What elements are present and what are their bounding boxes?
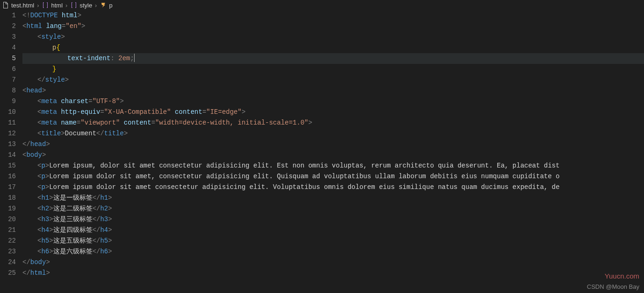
code-line[interactable]: <meta charset="UTF-8">	[22, 96, 644, 107]
code-line[interactable]: <html lang="en">	[22, 21, 644, 32]
line-number: 16	[0, 171, 16, 182]
code-line[interactable]: </body>	[22, 257, 644, 268]
breadcrumb-item[interactable]: html	[42, 1, 63, 9]
breadcrumb-item[interactable]: style	[70, 1, 92, 9]
symbol-icon	[100, 1, 107, 9]
line-number: 3	[0, 32, 16, 42]
code-line[interactable]: <meta http-equiv="X-UA-Compatible" conte…	[22, 107, 644, 118]
code-line[interactable]: }	[22, 64, 644, 75]
line-number: 19	[0, 203, 16, 214]
brackets-icon	[42, 1, 49, 9]
code-line[interactable]: <h3>这是三级标签</h3>	[22, 214, 644, 225]
code-area[interactable]: <!DOCTYPE html><html lang="en"><style>p{…	[22, 10, 644, 293]
breadcrumb-item[interactable]: p	[100, 1, 112, 9]
line-number: 17	[0, 182, 16, 193]
chevron-right-icon: ›	[95, 2, 97, 9]
line-number: 18	[0, 193, 16, 203]
code-line[interactable]: <title>Document</title>	[22, 128, 644, 139]
code-line[interactable]: <h5>这是五级标签</h5>	[22, 236, 644, 246]
line-number: 12	[0, 128, 16, 139]
line-number: 11	[0, 118, 16, 128]
watermark-text: CSDN @Moon Bay	[587, 283, 639, 290]
line-number: 21	[0, 225, 16, 236]
chevron-right-icon: ›	[65, 2, 67, 9]
breadcrumb-label: style	[79, 2, 92, 9]
breadcrumb-label: html	[51, 2, 63, 9]
code-line[interactable]: <head>	[22, 85, 644, 96]
code-line[interactable]: <h4>这是四级标签</h4>	[22, 225, 644, 236]
line-number: 24	[0, 257, 16, 268]
code-line[interactable]: text-indent: 2em;	[22, 53, 644, 64]
code-line[interactable]: </html>	[22, 268, 644, 279]
line-number: 23	[0, 246, 16, 257]
watermark-text: Yuucn.com	[605, 272, 639, 280]
code-line[interactable]: <style>	[22, 32, 644, 42]
breadcrumb-item[interactable]: test.html	[2, 1, 34, 9]
line-number: 8	[0, 85, 16, 96]
line-number: 1	[0, 10, 16, 21]
line-number: 7	[0, 75, 16, 85]
line-number: 22	[0, 236, 16, 246]
code-line[interactable]: <p>Lorem ipsum dolor sit amet consectetu…	[22, 182, 644, 193]
code-line[interactable]: <meta name="viewport" content="width=dev…	[22, 118, 644, 128]
line-number: 20	[0, 214, 16, 225]
code-line[interactable]: <p>Lorem ipsum, dolor sit amet consectet…	[22, 160, 644, 171]
code-line[interactable]: <h6>这是六级标签</h6>	[22, 246, 644, 257]
code-line[interactable]: <!DOCTYPE html>	[22, 10, 644, 21]
text-cursor	[134, 54, 135, 62]
code-line[interactable]: <h1>这是一级标签</h1>	[22, 193, 644, 203]
code-editor[interactable]: 1234567891011121314151617181920212223242…	[0, 10, 644, 293]
code-line[interactable]: </style>	[22, 75, 644, 85]
line-number: 25	[0, 268, 16, 279]
line-number: 10	[0, 107, 16, 118]
line-number: 4	[0, 42, 16, 53]
code-line[interactable]: </head>	[22, 139, 644, 150]
code-line[interactable]: p{	[22, 42, 644, 53]
file-icon	[2, 1, 9, 9]
breadcrumb-label: test.html	[11, 2, 34, 9]
line-number: 9	[0, 96, 16, 107]
code-line[interactable]: <h2>这是二级标签</h2>	[22, 203, 644, 214]
line-number: 13	[0, 139, 16, 150]
line-number: 2	[0, 21, 16, 32]
breadcrumb-label: p	[109, 2, 112, 9]
line-number: 6	[0, 64, 16, 75]
line-number: 5	[0, 53, 16, 64]
brackets-icon	[70, 1, 78, 9]
breadcrumb[interactable]: test.html › html › style › p	[0, 0, 644, 10]
line-number: 14	[0, 150, 16, 160]
line-number-gutter: 1234567891011121314151617181920212223242…	[0, 10, 22, 293]
code-line[interactable]: <body>	[22, 150, 644, 160]
line-number: 15	[0, 160, 16, 171]
chevron-right-icon: ›	[37, 2, 39, 9]
code-line[interactable]: <p>Lorem ipsum dolor sit amet, consectet…	[22, 171, 644, 182]
